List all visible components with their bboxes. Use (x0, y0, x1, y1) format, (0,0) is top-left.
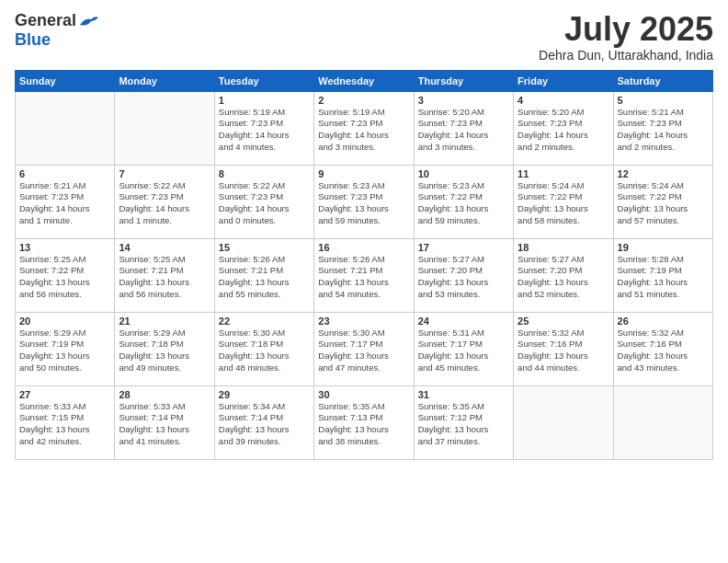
page: General Blue July 2025 Dehra Dun, Uttara… (0, 0, 728, 563)
day-info: Sunrise: 5:33 AMSunset: 7:15 PMDaylight:… (19, 401, 110, 448)
day-number: 30 (318, 389, 409, 400)
calendar-cell: 20Sunrise: 5:29 AMSunset: 7:19 PMDayligh… (16, 312, 115, 385)
calendar-cell: 10Sunrise: 5:23 AMSunset: 7:22 PMDayligh… (414, 165, 513, 238)
day-number: 14 (119, 242, 210, 253)
day-info: Sunrise: 5:35 AMSunset: 7:12 PMDaylight:… (418, 401, 509, 448)
day-info: Sunrise: 5:24 AMSunset: 7:22 PMDaylight:… (618, 180, 709, 227)
day-info: Sunrise: 5:24 AMSunset: 7:22 PMDaylight:… (518, 180, 609, 227)
day-info: Sunrise: 5:23 AMSunset: 7:23 PMDaylight:… (318, 180, 409, 227)
calendar-cell: 3Sunrise: 5:20 AMSunset: 7:23 PMDaylight… (414, 91, 513, 165)
day-info: Sunrise: 5:25 AMSunset: 7:22 PMDaylight:… (19, 254, 110, 301)
day-number: 10 (418, 168, 509, 179)
week-row-5: 27Sunrise: 5:33 AMSunset: 7:15 PMDayligh… (16, 385, 713, 459)
day-info: Sunrise: 5:20 AMSunset: 7:23 PMDaylight:… (418, 107, 509, 154)
calendar-cell: 19Sunrise: 5:28 AMSunset: 7:19 PMDayligh… (613, 238, 712, 312)
day-number: 31 (418, 389, 509, 400)
calendar-cell: 25Sunrise: 5:32 AMSunset: 7:16 PMDayligh… (514, 312, 613, 385)
logo-blue-text: Blue (15, 30, 51, 50)
day-info: Sunrise: 5:30 AMSunset: 7:18 PMDaylight:… (219, 327, 310, 374)
day-info: Sunrise: 5:29 AMSunset: 7:19 PMDaylight:… (19, 327, 110, 374)
calendar-cell: 7Sunrise: 5:22 AMSunset: 7:23 PMDaylight… (115, 165, 214, 238)
calendar-cell: 11Sunrise: 5:24 AMSunset: 7:22 PMDayligh… (514, 165, 613, 238)
calendar-cell: 27Sunrise: 5:33 AMSunset: 7:15 PMDayligh… (16, 385, 115, 459)
day-info: Sunrise: 5:28 AMSunset: 7:19 PMDaylight:… (618, 254, 709, 301)
col-friday: Friday (514, 70, 613, 91)
day-info: Sunrise: 5:26 AMSunset: 7:21 PMDaylight:… (318, 254, 409, 301)
calendar-cell: 31Sunrise: 5:35 AMSunset: 7:12 PMDayligh… (414, 385, 513, 459)
col-monday: Monday (115, 70, 214, 91)
day-number: 12 (618, 168, 709, 179)
calendar-cell: 13Sunrise: 5:25 AMSunset: 7:22 PMDayligh… (16, 238, 115, 312)
day-number: 7 (119, 168, 210, 179)
calendar-cell: 23Sunrise: 5:30 AMSunset: 7:17 PMDayligh… (314, 312, 414, 385)
header: General Blue July 2025 Dehra Dun, Uttara… (15, 11, 713, 63)
day-number: 20 (19, 316, 110, 327)
day-number: 24 (418, 316, 509, 327)
day-info: Sunrise: 5:19 AMSunset: 7:23 PMDaylight:… (318, 107, 409, 154)
day-number: 25 (518, 316, 609, 327)
day-number: 27 (19, 389, 110, 400)
day-number: 4 (518, 95, 609, 106)
logo: General Blue (15, 11, 98, 50)
day-info: Sunrise: 5:27 AMSunset: 7:20 PMDaylight:… (418, 254, 509, 301)
day-info: Sunrise: 5:19 AMSunset: 7:23 PMDaylight:… (219, 107, 310, 154)
month-title: July 2025 (539, 11, 713, 48)
calendar-cell: 6Sunrise: 5:21 AMSunset: 7:23 PMDaylight… (16, 165, 115, 238)
day-number: 3 (418, 95, 509, 106)
location: Dehra Dun, Uttarakhand, India (539, 48, 713, 63)
day-number: 26 (618, 316, 709, 327)
col-tuesday: Tuesday (214, 70, 313, 91)
day-info: Sunrise: 5:32 AMSunset: 7:16 PMDaylight:… (518, 327, 609, 374)
day-number: 6 (19, 168, 110, 179)
day-number: 17 (418, 242, 509, 253)
col-wednesday: Wednesday (314, 70, 414, 91)
day-info: Sunrise: 5:22 AMSunset: 7:23 PMDaylight:… (119, 180, 210, 227)
calendar-cell: 24Sunrise: 5:31 AMSunset: 7:17 PMDayligh… (414, 312, 513, 385)
day-info: Sunrise: 5:21 AMSunset: 7:23 PMDaylight:… (618, 107, 709, 154)
day-info: Sunrise: 5:33 AMSunset: 7:14 PMDaylight:… (119, 401, 210, 448)
day-info: Sunrise: 5:35 AMSunset: 7:13 PMDaylight:… (318, 401, 409, 448)
day-number: 28 (119, 389, 210, 400)
calendar-cell (514, 385, 613, 459)
day-info: Sunrise: 5:22 AMSunset: 7:23 PMDaylight:… (219, 180, 310, 227)
calendar-cell (16, 91, 115, 165)
day-number: 21 (119, 316, 210, 327)
day-number: 22 (219, 316, 310, 327)
day-info: Sunrise: 5:21 AMSunset: 7:23 PMDaylight:… (19, 180, 110, 227)
calendar-cell (613, 385, 712, 459)
day-number: 8 (219, 168, 310, 179)
day-number: 1 (219, 95, 310, 106)
calendar-cell (115, 91, 214, 165)
day-info: Sunrise: 5:32 AMSunset: 7:16 PMDaylight:… (618, 327, 709, 374)
calendar: Sunday Monday Tuesday Wednesday Thursday… (15, 70, 713, 460)
col-thursday: Thursday (414, 70, 513, 91)
calendar-cell: 26Sunrise: 5:32 AMSunset: 7:16 PMDayligh… (613, 312, 712, 385)
day-number: 29 (219, 389, 310, 400)
week-row-1: 1Sunrise: 5:19 AMSunset: 7:23 PMDaylight… (16, 91, 713, 165)
calendar-cell: 18Sunrise: 5:27 AMSunset: 7:20 PMDayligh… (514, 238, 613, 312)
header-row: Sunday Monday Tuesday Wednesday Thursday… (16, 70, 713, 91)
col-sunday: Sunday (16, 70, 115, 91)
calendar-cell: 4Sunrise: 5:20 AMSunset: 7:23 PMDaylight… (514, 91, 613, 165)
day-number: 13 (19, 242, 110, 253)
day-info: Sunrise: 5:29 AMSunset: 7:18 PMDaylight:… (119, 327, 210, 374)
day-info: Sunrise: 5:34 AMSunset: 7:14 PMDaylight:… (219, 401, 310, 448)
logo-general-text: General (15, 11, 76, 30)
day-number: 11 (518, 168, 609, 179)
calendar-cell: 28Sunrise: 5:33 AMSunset: 7:14 PMDayligh… (115, 385, 214, 459)
calendar-cell: 15Sunrise: 5:26 AMSunset: 7:21 PMDayligh… (214, 238, 313, 312)
day-number: 18 (518, 242, 609, 253)
calendar-cell: 22Sunrise: 5:30 AMSunset: 7:18 PMDayligh… (214, 312, 313, 385)
day-number: 16 (318, 242, 409, 253)
calendar-cell: 5Sunrise: 5:21 AMSunset: 7:23 PMDaylight… (613, 91, 712, 165)
day-info: Sunrise: 5:31 AMSunset: 7:17 PMDaylight:… (418, 327, 509, 374)
calendar-cell: 16Sunrise: 5:26 AMSunset: 7:21 PMDayligh… (314, 238, 414, 312)
day-number: 23 (318, 316, 409, 327)
day-info: Sunrise: 5:30 AMSunset: 7:17 PMDaylight:… (318, 327, 409, 374)
logo-bird-icon (78, 14, 98, 29)
calendar-cell: 21Sunrise: 5:29 AMSunset: 7:18 PMDayligh… (115, 312, 214, 385)
calendar-cell: 2Sunrise: 5:19 AMSunset: 7:23 PMDaylight… (314, 91, 414, 165)
calendar-cell: 14Sunrise: 5:25 AMSunset: 7:21 PMDayligh… (115, 238, 214, 312)
day-info: Sunrise: 5:25 AMSunset: 7:21 PMDaylight:… (119, 254, 210, 301)
day-info: Sunrise: 5:27 AMSunset: 7:20 PMDaylight:… (518, 254, 609, 301)
